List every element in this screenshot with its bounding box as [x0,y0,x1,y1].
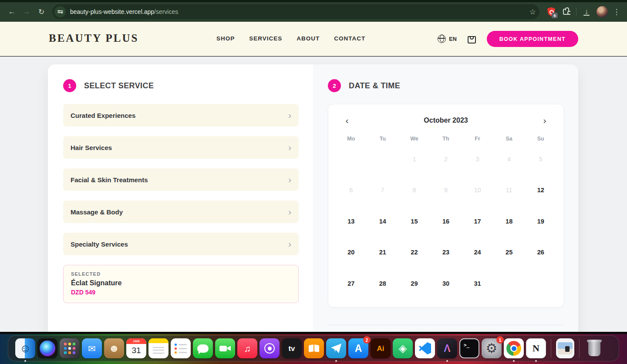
siri-icon[interactable] [37,338,57,358]
chevron-right-icon: › [288,207,291,216]
music-icon[interactable]: ♫ [237,338,257,358]
calendar-next-icon[interactable]: › [539,115,550,126]
calendar-day: 1 [398,144,430,175]
minimized-window-icon[interactable] [556,338,574,358]
notification-badge: 1 [496,336,504,344]
back-icon[interactable]: ← [4,4,19,19]
address-bar[interactable]: beauty-plus-website.vercel.app/services … [52,4,539,19]
selected-service-name: Éclat Signature [71,279,291,287]
reload-icon[interactable]: ↻ [34,4,49,19]
calendar-day[interactable]: 18 [493,206,525,237]
calendar-day[interactable]: 17 [462,206,493,237]
mail-icon[interactable]: ✉ [82,338,102,358]
calendar-day[interactable]: 30 [430,268,462,299]
calendar-day[interactable]: 25 [493,237,525,268]
downloads-icon[interactable]: ↓ [579,4,594,19]
books-icon[interactable] [304,338,324,358]
calendar-day[interactable]: 16 [430,206,462,237]
notion-glyph: N [533,344,539,353]
notification-badge: 2 [363,336,371,344]
calendar-day[interactable]: 22 [398,237,430,268]
calendar-day[interactable]: 20 [335,237,367,268]
trash-bin [588,341,600,356]
reminders-icon[interactable] [171,338,191,358]
service-category-row[interactable]: Curated Experiences› [63,104,299,127]
calendar-day[interactable]: 31 [462,268,493,299]
cart-bag-icon[interactable] [467,34,476,44]
browser-toolbar: ← → ↻ beauty-plus-website.vercel.app/ser… [0,0,627,22]
screen: ← → ↻ beauty-plus-website.vercel.app/ser… [0,0,627,364]
language-selector[interactable]: EN [438,35,456,43]
calendar-prev-icon[interactable]: ‹ [341,115,353,126]
nav-services[interactable]: SERVICES [249,35,282,42]
system-settings-icon[interactable]: ⚙1 [482,338,502,358]
calendar-date-number: 31 [131,346,141,355]
calendar-icon[interactable]: JAN31 [126,338,146,358]
podcasts-icon[interactable] [260,338,280,358]
step-2-header: 2 DATE & TIME [328,79,564,92]
finder-icon[interactable]: ☺ [15,338,35,358]
messages-icon[interactable] [193,338,213,358]
time-section-divider [328,325,564,325]
calendar-day[interactable]: 21 [367,237,399,268]
launchpad-icon[interactable] [60,338,80,358]
telegram-icon[interactable] [326,338,346,358]
book-appointment-button[interactable]: BOOK APPOINTMENT [487,31,578,47]
calendar-day[interactable]: 14 [367,206,399,237]
nav-about[interactable]: ABOUT [297,35,320,42]
facetime-icon[interactable] [215,338,235,358]
service-category-label: Curated Experiences [71,112,135,119]
chrome-icon[interactable] [504,338,524,358]
service-category-row[interactable]: Massage & Body› [63,200,299,223]
profile-avatar[interactable] [597,6,608,17]
calendar-day[interactable]: 12 [525,175,556,206]
calendar-day[interactable]: 15 [398,206,430,237]
nav-contact[interactable]: CONTACT [334,35,365,42]
bookmark-star-icon[interactable]: ☆ [529,7,536,17]
chevron-right-icon: › [288,239,291,248]
calendar-day[interactable]: 28 [367,268,399,299]
weekday-label: Th [430,136,462,142]
contacts-icon[interactable]: ☻ [104,338,124,358]
url-text: beauty-plus-website.vercel.app/services [70,8,526,15]
calendar-weekday-row: MoTuWeThFrSaSu [328,136,563,142]
calendar-day[interactable]: 23 [430,237,462,268]
dock-separator-icon [551,339,551,358]
forward-icon: → [19,4,34,19]
illustrator-icon[interactable]: Ai [371,338,391,358]
calendar-day[interactable]: 27 [335,268,367,299]
local-dev-icon[interactable]: ◈ [393,338,413,358]
reminder-lines [179,344,187,354]
paper-plane [331,344,341,353]
nav-shop[interactable]: SHOP [216,35,235,42]
site-settings-icon[interactable] [54,6,66,17]
browser-menu-icon[interactable]: ⋮ [610,4,623,19]
service-category-row[interactable]: Facial & Skin Treatments› [63,168,299,191]
notes-lines [153,347,164,354]
extensions-puzzle-icon[interactable] [559,4,573,19]
apple-tv-icon[interactable]: tv [282,338,302,358]
window-preview [558,342,573,354]
podcast-rings [264,343,275,354]
calendar-day[interactable]: 13 [335,206,367,237]
vscode-icon[interactable] [415,338,435,358]
running-indicator [335,360,337,362]
peak-gradient-app-icon[interactable]: Λ [437,338,457,358]
notes-icon[interactable] [148,338,169,358]
calendar-day[interactable]: 24 [462,237,493,268]
service-category-row[interactable]: Specialty Services› [63,233,299,255]
trash-icon[interactable] [584,338,604,358]
service-category-label: Facial & Skin Treatments [71,176,148,184]
app-store-icon[interactable]: A2 [348,338,368,358]
calendar-day: 7 [367,175,399,206]
site-logo[interactable]: BEAUTY PLUS [49,32,138,44]
calendar-day[interactable]: 29 [398,268,430,299]
terminal-icon[interactable]: >_ [459,338,479,358]
notion-icon[interactable]: N [526,338,546,358]
service-category-label: Hair Services [71,144,112,151]
calendar-day[interactable]: 19 [525,206,556,237]
adblock-extension-icon[interactable]: 6 [544,4,559,19]
system-settings-glyph: ⚙ [486,342,498,355]
calendar-day[interactable]: 26 [525,237,556,268]
service-category-row[interactable]: Hair Services› [63,136,299,159]
